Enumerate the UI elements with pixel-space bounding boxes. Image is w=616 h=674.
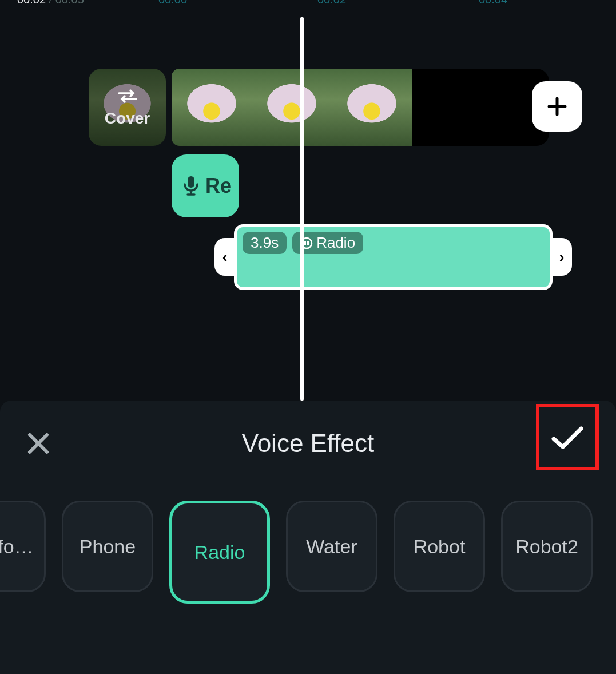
effect-option-robot2[interactable]: Robot2 — [501, 501, 593, 592]
total-time: / 00:05 — [46, 0, 84, 6]
close-button[interactable] — [23, 428, 54, 459]
clip-trim-handle-left[interactable]: ‹ — [214, 238, 235, 276]
plus-icon — [546, 95, 569, 118]
effect-option-transform[interactable]: ansfo… — [0, 501, 46, 592]
record-label: Re — [205, 174, 232, 198]
video-clip[interactable] — [172, 69, 412, 146]
playhead[interactable] — [300, 17, 304, 401]
effect-option-water[interactable]: Water — [286, 501, 377, 592]
svg-rect-2 — [304, 241, 306, 245]
effect-option-radio[interactable]: Radio — [169, 501, 270, 604]
record-clip[interactable]: Re — [172, 154, 239, 217]
voice-effect-panel: Voice Effect ansfo… Phone Radio Water Ro… — [0, 401, 616, 674]
ruler-tick: 00:04 — [479, 0, 507, 6]
timeline[interactable]: Cover Re ‹ 3.9s Radio › — [0, 17, 616, 401]
microphone-icon — [182, 175, 200, 197]
video-clip-black[interactable] — [412, 69, 549, 146]
panel-header: Voice Effect — [0, 401, 616, 486]
effects-row[interactable]: ansfo… Phone Radio Water Robot Robot2 — [0, 501, 616, 604]
effect-option-robot[interactable]: Robot — [394, 501, 485, 592]
effect-option-phone[interactable]: Phone — [62, 501, 153, 592]
cover-thumbnail[interactable]: Cover — [89, 69, 166, 146]
audio-clip-body[interactable]: 3.9s Radio — [234, 224, 553, 290]
add-clip-button[interactable] — [532, 81, 582, 132]
panel-title: Voice Effect — [242, 429, 375, 458]
svg-rect-0 — [188, 176, 194, 188]
check-icon — [550, 424, 585, 451]
time-position: 00:02 / 00:05 — [17, 0, 84, 6]
svg-rect-3 — [307, 241, 309, 245]
duration-badge: 3.9s — [243, 232, 287, 254]
clip-trim-handle-right[interactable]: › — [551, 238, 572, 276]
cover-label: Cover — [105, 109, 150, 128]
video-track: Cover — [0, 69, 616, 146]
close-icon — [26, 431, 50, 455]
confirm-button[interactable] — [536, 406, 599, 469]
ruler-tick: 00:00 — [158, 0, 187, 6]
swap-icon — [116, 88, 139, 105]
time-ruler[interactable]: 00:02 / 00:05 00:00 00:02 00:04 — [0, 0, 616, 11]
ruler-tick: 00:02 — [317, 0, 346, 6]
current-time: 00:02 — [17, 0, 46, 6]
audio-clip-selected[interactable]: ‹ 3.9s Radio › — [214, 224, 572, 290]
